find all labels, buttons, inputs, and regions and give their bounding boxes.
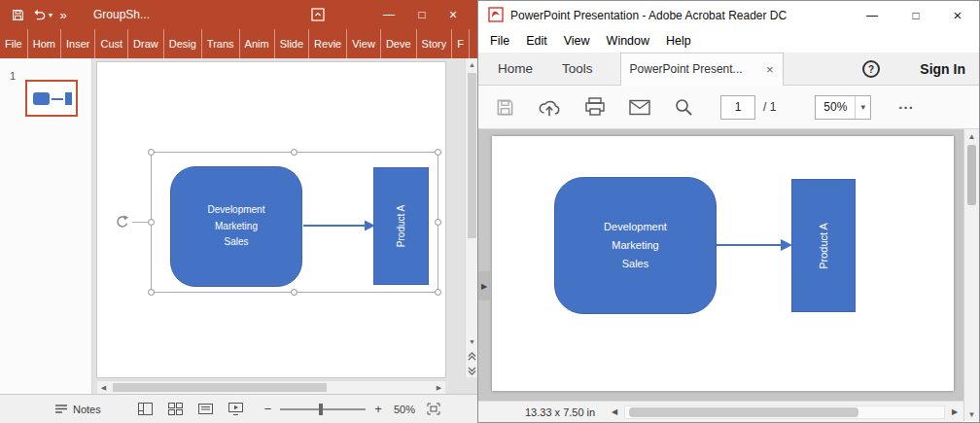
document-tab-close-icon[interactable]: × xyxy=(766,62,774,77)
slide-sorter-view-icon[interactable] xyxy=(168,403,183,415)
resize-handle-bottom-right[interactable] xyxy=(435,289,441,296)
acrobat-tabbar: Home Tools PowerPoint Present... × ? Sig… xyxy=(478,53,979,86)
resize-handle-top-right[interactable] xyxy=(435,149,441,156)
zoom-slider[interactable] xyxy=(280,408,366,410)
acrobat-titlebar: PowerPoint Presentation - Adobe Acrobat … xyxy=(478,1,979,29)
ribbon-tab-review[interactable]: Revie xyxy=(309,29,347,58)
notes-button[interactable]: Notes xyxy=(73,404,101,415)
fit-slide-to-window-icon[interactable] xyxy=(427,403,440,415)
minimize-button[interactable]: — xyxy=(375,0,402,29)
zoom-slider-thumb[interactable] xyxy=(319,404,323,415)
scroll-left-icon[interactable]: ◀ xyxy=(607,407,622,416)
ribbon-tab-file[interactable]: File xyxy=(0,29,28,58)
shape-text: Product A xyxy=(818,223,829,269)
horizontal-scrollbar-thumb[interactable] xyxy=(113,383,327,392)
ribbon-tab-design[interactable]: Desig xyxy=(164,29,202,58)
ribbon-tab-animations[interactable]: Anim xyxy=(240,29,275,58)
rounded-rectangle-shape[interactable]: Development Marketing Sales xyxy=(170,166,302,287)
print-icon[interactable] xyxy=(584,97,606,117)
document-view: Development Marketing Sales Product A ▶ xyxy=(478,129,979,401)
scroll-right-icon[interactable]: ▶ xyxy=(947,407,962,416)
ribbon-tab-insert[interactable]: Inser xyxy=(61,29,95,58)
connector-arrow[interactable] xyxy=(303,218,375,233)
slide-thumbnail-panel: 1 xyxy=(0,58,92,394)
normal-view-icon[interactable] xyxy=(138,403,153,415)
resize-handle-top-center[interactable] xyxy=(291,149,298,156)
sign-in-button[interactable]: Sign In xyxy=(920,53,965,86)
desktop: ▾ » GroupSh... — □ × File Hom Inser Cust… xyxy=(0,0,980,423)
zoom-out-button[interactable]: − xyxy=(264,402,272,416)
ribbon-tab-custom[interactable]: Cust xyxy=(95,29,128,58)
resize-handle-middle-right[interactable] xyxy=(435,219,441,226)
shape-text: Product A xyxy=(396,205,406,247)
vertical-scrollbar[interactable]: ▲ ▼ xyxy=(963,129,979,421)
slide-number: 1 xyxy=(10,70,16,82)
slide-canvas[interactable]: Development Marketing Sales Product A xyxy=(97,62,445,377)
tab-home[interactable]: Home xyxy=(498,61,533,76)
resize-handle-bottom-left[interactable] xyxy=(148,289,155,296)
zoom-level[interactable]: 50% xyxy=(394,404,415,415)
tab-tools[interactable]: Tools xyxy=(562,61,593,76)
rectangle-shape[interactable]: Product A xyxy=(373,167,429,285)
email-icon[interactable] xyxy=(629,99,650,116)
scroll-right-icon[interactable]: ▶ xyxy=(433,381,445,394)
scroll-up-icon[interactable]: ▲ xyxy=(964,129,979,143)
page-size-label: 13.33 x 7.50 in xyxy=(525,406,595,418)
menu-view[interactable]: View xyxy=(564,34,590,48)
save-icon[interactable] xyxy=(496,98,514,117)
reading-view-icon[interactable] xyxy=(198,403,213,415)
cloud-upload-icon[interactable] xyxy=(538,97,561,117)
more-tools-icon[interactable]: ... xyxy=(898,101,914,114)
vertical-scrollbar-thumb[interactable] xyxy=(967,145,976,205)
resize-handle-top-left[interactable] xyxy=(148,149,155,156)
ribbon-tab-transitions[interactable]: Trans xyxy=(202,29,240,58)
more-commands-icon[interactable]: » xyxy=(56,0,70,29)
menu-file[interactable]: File xyxy=(490,34,509,48)
page-number-input[interactable] xyxy=(720,95,755,120)
ribbon-tab-draw[interactable]: Draw xyxy=(128,29,164,58)
restore-button[interactable]: □ xyxy=(408,0,436,29)
menu-help[interactable]: Help xyxy=(666,34,691,48)
ribbon-tab-developer[interactable]: Deve xyxy=(381,29,417,58)
pdf-page: Development Marketing Sales Product A xyxy=(492,136,954,391)
scroll-down-icon[interactable]: ▼ xyxy=(964,407,979,421)
ribbon-tab-storyboarding[interactable]: Story xyxy=(417,29,453,58)
zoom-dropdown-icon[interactable]: ▾ xyxy=(855,96,870,119)
acrobat-app-icon xyxy=(488,7,504,26)
search-icon[interactable] xyxy=(674,97,693,117)
scroll-left-icon[interactable]: ◀ xyxy=(97,381,110,394)
window-title: GroupSh... xyxy=(93,0,150,29)
menu-window[interactable]: Window xyxy=(607,34,649,48)
close-button[interactable]: × xyxy=(439,0,467,29)
slideshow-view-icon[interactable] xyxy=(228,403,243,415)
ribbon-tab-home[interactable]: Hom xyxy=(28,29,61,58)
page-count: / 1 xyxy=(763,100,776,114)
menu-edit[interactable]: Edit xyxy=(526,34,547,48)
undo-dropdown-icon[interactable]: ▾ xyxy=(46,0,55,29)
minimize-button[interactable]: — xyxy=(853,1,892,29)
vertical-scrollbar[interactable]: ▲ ▼ xyxy=(465,58,478,377)
horizontal-scrollbar[interactable] xyxy=(624,405,945,419)
ribbon-display-options-icon[interactable] xyxy=(307,0,329,29)
resize-handle-middle-left[interactable] xyxy=(148,219,155,226)
help-glyph: ? xyxy=(868,64,874,75)
horizontal-scrollbar[interactable]: ◀ ▶ xyxy=(97,380,445,394)
horizontal-scrollbar-thumb[interactable] xyxy=(629,407,858,417)
zoom-select[interactable]: 50% ▾ xyxy=(815,95,871,120)
save-icon[interactable] xyxy=(8,0,27,29)
ribbon-tab-slideshow[interactable]: Slide xyxy=(275,29,309,58)
zoom-in-button[interactable]: + xyxy=(374,402,382,416)
help-icon[interactable]: ? xyxy=(862,60,880,78)
expand-panel-icon[interactable]: ▶ xyxy=(478,271,490,300)
ribbon-tab-view[interactable]: View xyxy=(347,29,381,58)
resize-handle-bottom-center[interactable] xyxy=(291,289,298,296)
maximize-button[interactable]: □ xyxy=(896,1,935,29)
close-button[interactable]: × xyxy=(938,1,977,29)
ribbon-tab-bar: File Hom Inser Cust Draw Desig Trans Ani… xyxy=(0,29,478,58)
tab-document[interactable]: PowerPoint Present... × xyxy=(620,53,784,86)
slide-thumbnail[interactable] xyxy=(25,80,78,117)
notes-icon[interactable] xyxy=(54,404,68,414)
ribbon-tab-format[interactable]: F xyxy=(452,29,470,58)
vertical-scrollbar-thumb[interactable] xyxy=(468,73,476,238)
rotation-handle-icon[interactable] xyxy=(115,214,130,233)
